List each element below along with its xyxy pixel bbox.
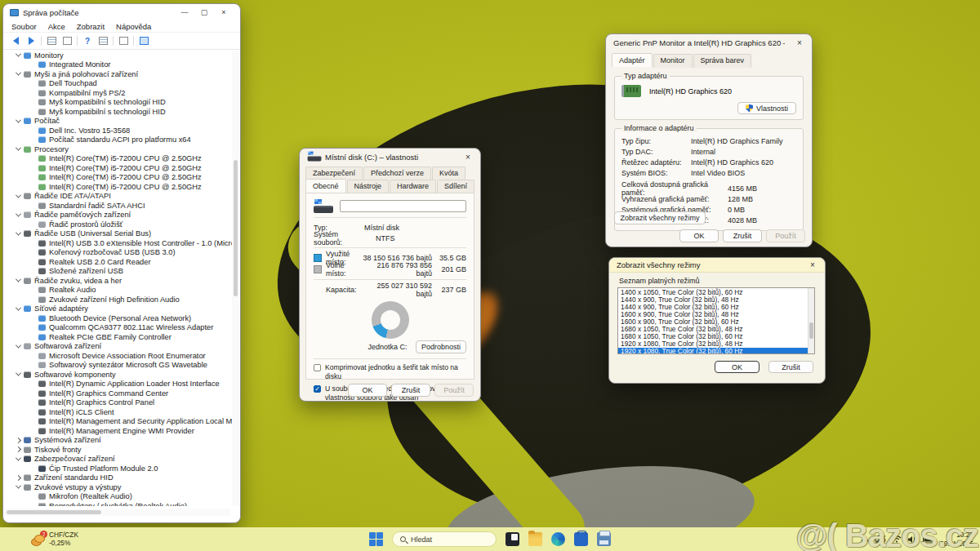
- tab-hardware[interactable]: Hardware: [390, 180, 436, 193]
- compress-checkbox[interactable]: [314, 364, 321, 371]
- dialog-titlebar[interactable]: Místní disk (C:) – vlastnosti ×: [300, 149, 480, 165]
- expander-icon[interactable]: [16, 455, 21, 460]
- properties-icon[interactable]: [97, 36, 109, 47]
- dialog-titlebar[interactable]: Generic PnP Monitor a Intel(R) HD Graphi…: [606, 34, 812, 51]
- dialog-titlebar[interactable]: Zobrazit všechny režimy ×: [609, 258, 825, 273]
- minimize-button[interactable]: —: [175, 5, 194, 20]
- apply-button[interactable]: Použít: [766, 229, 805, 242]
- tree-item[interactable]: Softwarový syntezátor Microsoft GS Wavet…: [8, 361, 232, 371]
- scrollbar-thumb[interactable]: [7, 510, 101, 514]
- printer-icon[interactable]: [597, 532, 611, 546]
- tree-item[interactable]: Standardní řadič SATA AHCI: [8, 201, 232, 211]
- tree-item[interactable]: Intel(R) Management Engine WMI Provider: [8, 426, 232, 436]
- tree-item[interactable]: Reproduktory / sluchátka (Realtek Audio): [8, 501, 232, 506]
- tab-správa-barev[interactable]: Správa barev: [693, 54, 752, 68]
- details-button[interactable]: Podrobnosti: [416, 340, 466, 353]
- expander-icon[interactable]: [16, 229, 21, 235]
- expander-icon[interactable]: [16, 70, 21, 76]
- tree-item[interactable]: Myši a jiná polohovací zařízení: [8, 69, 232, 79]
- tree-item[interactable]: Intel(R) Core(TM) i5-7200U CPU @ 2.50GHz: [8, 163, 232, 173]
- volume-label-input[interactable]: [340, 200, 466, 212]
- tree-item[interactable]: Intel(R) Core(TM) i5-7200U CPU @ 2.50GHz: [8, 154, 232, 164]
- cancel-button[interactable]: Zrušit: [723, 229, 762, 242]
- help-icon[interactable]: ?: [82, 36, 93, 47]
- tree-item[interactable]: Systémová zařízení: [8, 436, 232, 446]
- close-icon[interactable]: ×: [802, 258, 823, 273]
- tree-item[interactable]: Myš kompatibilní s technologií HID: [8, 107, 232, 117]
- tree-item[interactable]: Bluetooth Device (Personal Area Network): [8, 313, 232, 323]
- menu-soubor[interactable]: Soubor: [11, 22, 37, 31]
- expander-icon[interactable]: [16, 304, 21, 310]
- expander-icon[interactable]: [16, 211, 21, 216]
- menu-akce[interactable]: Akce: [48, 22, 65, 31]
- tree-item[interactable]: Řadiče paměťových zařízení: [8, 211, 232, 220]
- tree-item[interactable]: Zvukové zařízení High Definition Audio: [8, 295, 232, 304]
- tab-předchozí verze[interactable]: Předchozí verze: [363, 167, 431, 180]
- expander-icon[interactable]: [16, 145, 21, 151]
- tree-item[interactable]: Počítač: [8, 117, 232, 127]
- scrollbar-thumb[interactable]: [234, 160, 238, 296]
- console-tree-icon[interactable]: [61, 36, 73, 47]
- start-button[interactable]: [369, 532, 383, 546]
- expander-icon[interactable]: [16, 277, 21, 282]
- close-button[interactable]: ×: [214, 5, 234, 20]
- adapter-properties-button[interactable]: Vlastnosti: [737, 102, 796, 114]
- tree-item[interactable]: Intel(R) Dynamic Application Loader Host…: [8, 380, 232, 389]
- expander-icon[interactable]: [16, 371, 21, 376]
- file-explorer-icon[interactable]: [528, 532, 542, 546]
- task-view-icon[interactable]: [506, 532, 519, 546]
- expander-icon[interactable]: [16, 51, 21, 57]
- tree-item[interactable]: Monitory: [8, 51, 232, 60]
- expander-icon[interactable]: [16, 342, 21, 348]
- tree-item[interactable]: Intel(R) Graphics Command Center: [8, 389, 232, 398]
- tab-nástroje[interactable]: Nástroje: [347, 180, 390, 193]
- tree-item[interactable]: Zvukové vstupy a výstupy: [8, 482, 232, 492]
- forward-icon[interactable]: [25, 36, 37, 47]
- tree-item[interactable]: Myš kompatibilní s technologií HID: [8, 98, 232, 108]
- tree-item[interactable]: Čip Trusted Platform Module 2.0: [8, 464, 232, 473]
- ok-button[interactable]: OK: [715, 361, 760, 373]
- tree-item[interactable]: Qualcomm QCA9377 802.11ac Wireless Adapt…: [8, 323, 232, 333]
- scan-hardware-icon[interactable]: [118, 36, 129, 47]
- tree-item[interactable]: Realtek PCIe GBE Family Controller: [8, 332, 232, 342]
- tab-zabezpečení[interactable]: Zabezpečení: [305, 167, 363, 180]
- toolbox-icon[interactable]: [574, 532, 588, 546]
- expander-icon[interactable]: [16, 475, 21, 481]
- tree-item[interactable]: Kompatibilní myš PS/2: [8, 88, 232, 98]
- tab-sdílení[interactable]: Sdílení: [437, 180, 474, 193]
- tree-item[interactable]: Řadiče USB (Universal Serial Bus): [8, 229, 232, 239]
- expander-icon[interactable]: [16, 438, 21, 443]
- expander-icon[interactable]: [16, 483, 21, 489]
- weather-stock-widget[interactable]: 2 CHF/CZK -0,25%: [31, 531, 78, 547]
- tree-item[interactable]: Softwarové komponenty: [8, 370, 232, 380]
- tree-item[interactable]: Intel(R) Core(TM) i5-7200U CPU @ 2.50GHz: [8, 182, 232, 192]
- tab-obecné[interactable]: Obecné: [305, 179, 346, 193]
- tree-item[interactable]: Složené zařízení USB: [8, 267, 232, 277]
- ok-button[interactable]: OK: [348, 384, 387, 397]
- close-icon[interactable]: ×: [457, 149, 479, 164]
- ok-button[interactable]: OK: [679, 229, 719, 242]
- expander-icon[interactable]: [16, 192, 21, 198]
- tree-item[interactable]: Dell Touchpad: [8, 79, 232, 89]
- tree-item[interactable]: Realtek Audio: [8, 286, 232, 295]
- tab-monitor[interactable]: Monitor: [653, 54, 693, 68]
- tree-item[interactable]: Procesory: [8, 144, 232, 154]
- vertical-scrollbar[interactable]: [232, 51, 239, 506]
- show-all-modes-button[interactable]: Zobrazit všechny režimy: [614, 211, 706, 224]
- tree-item[interactable]: Kořenový rozbočovač USB (USB 3.0): [8, 248, 232, 258]
- tree-item[interactable]: Mikrofon (Realtek Audio): [8, 492, 232, 502]
- tree-item[interactable]: Intel(R) USB 3.0 eXtensible Host Control…: [8, 238, 232, 248]
- tree-item[interactable]: Intel(R) Core(TM) i5-7200U CPU @ 2.50GHz: [8, 173, 232, 183]
- tree-item[interactable]: Zařízení standardu HID: [8, 473, 232, 483]
- menu-zobrazit[interactable]: Zobrazit: [77, 22, 105, 31]
- tree-item[interactable]: Dell Inc. Vostro 15-3568: [8, 126, 232, 136]
- tree-item[interactable]: Řadič prostorů úložišť: [8, 220, 232, 229]
- tree-item[interactable]: Zabezpečovací zařízení: [8, 455, 232, 464]
- tree-item[interactable]: Řadiče zvuku, videa a her: [8, 276, 232, 286]
- tree-item[interactable]: Intel(R) Graphics Control Panel: [8, 398, 232, 408]
- tab-kvóta[interactable]: Kvóta: [432, 167, 466, 180]
- tree-item[interactable]: Realtek USB 2.0 Card Reader: [8, 257, 232, 267]
- mode-list-item[interactable]: 1920 x 1080, True Color (32 bitů), 60 Hz: [618, 348, 814, 354]
- tree-item[interactable]: Intel(R) Management and Security Applica…: [8, 417, 232, 427]
- tree-item[interactable]: Síťové adaptéry: [8, 304, 232, 314]
